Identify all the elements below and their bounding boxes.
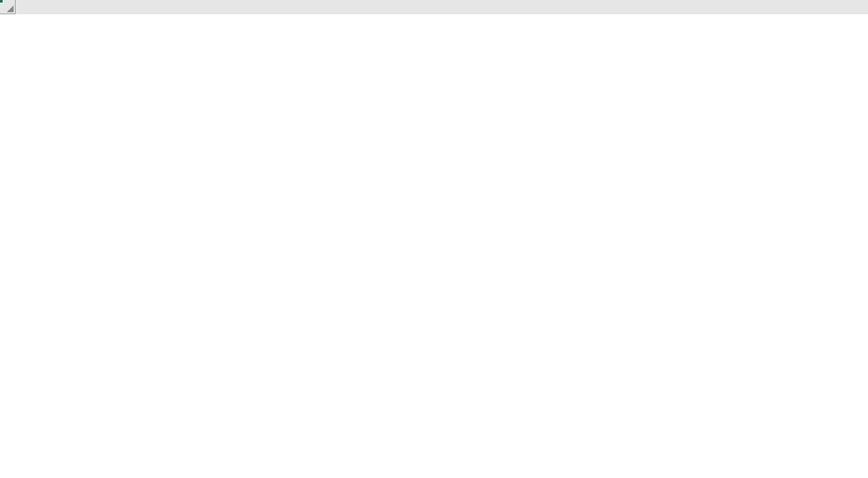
spreadsheet [0,0,868,478]
select-all-corner[interactable] [0,0,16,14]
column-headers [16,0,868,14]
